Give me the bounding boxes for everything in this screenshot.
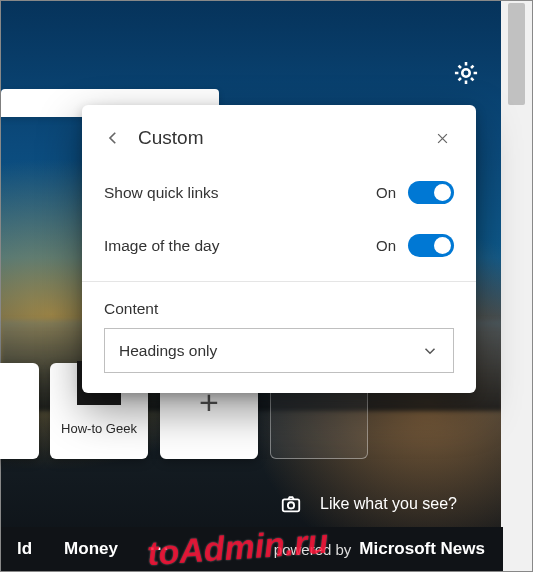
image-day-toggle[interactable]: [408, 234, 454, 257]
image-attribution-row: Like what you see?: [1, 493, 503, 515]
back-button[interactable]: [104, 125, 128, 151]
tile-label: How-to Geek: [50, 421, 148, 436]
gear-icon: [452, 59, 480, 87]
svg-point-0: [462, 69, 469, 76]
divider: [82, 281, 476, 282]
close-button[interactable]: [431, 127, 454, 150]
like-prompt-text[interactable]: Like what you see?: [320, 495, 457, 512]
content-section-label: Content: [104, 300, 454, 318]
toggle-state-text: On: [376, 237, 396, 254]
news-footer: ld Money ··· powered by Microsoft News: [1, 527, 503, 571]
option-label: Show quick links: [104, 184, 376, 202]
close-icon: [435, 131, 450, 146]
page-settings-button[interactable]: [452, 59, 480, 87]
panel-title: Custom: [138, 127, 203, 149]
option-show-quick-links: Show quick links On: [104, 181, 454, 204]
content-dropdown[interactable]: Headings only: [104, 328, 454, 373]
toggle-state-text: On: [376, 184, 396, 201]
camera-icon: [280, 493, 302, 515]
news-brand: Microsoft News: [359, 539, 485, 559]
powered-by-label: powered by: [274, 541, 352, 558]
option-label: Image of the day: [104, 237, 376, 255]
footer-more-button[interactable]: ···: [134, 539, 186, 559]
svg-rect-1: [282, 499, 299, 511]
page-layout-settings-panel: Custom Show quick links On Image of the …: [82, 105, 476, 393]
chevron-left-icon: [104, 129, 122, 147]
chevron-down-icon: [421, 342, 439, 360]
option-image-of-the-day: Image of the day On: [104, 234, 454, 257]
quick-links-toggle[interactable]: [408, 181, 454, 204]
svg-point-2: [287, 502, 293, 508]
quick-link-tile[interactable]: [0, 363, 39, 459]
footer-item-partial[interactable]: ld: [1, 539, 48, 559]
scrollbar-track[interactable]: [501, 1, 532, 571]
scrollbar-thumb[interactable]: [508, 3, 525, 105]
dropdown-selected-value: Headings only: [119, 342, 421, 360]
footer-item-money[interactable]: Money: [48, 539, 134, 559]
